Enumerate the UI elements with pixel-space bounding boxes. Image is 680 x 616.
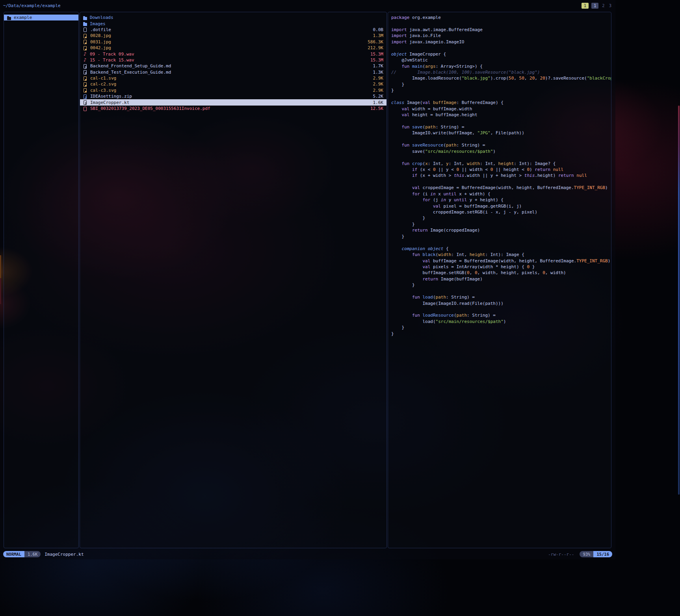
parent-directory-pane: example bbox=[4, 12, 79, 548]
image-icon bbox=[84, 88, 87, 93]
parent-directory-list: example bbox=[4, 12, 78, 23]
file-row[interactable]: 0031.jpg586.3K bbox=[80, 39, 386, 45]
code-line: import javax.imageio.ImageIO bbox=[391, 39, 611, 45]
file-name: 0028.jpg bbox=[90, 33, 370, 38]
file-name: Backend_Frontend_Setup_Guide.md bbox=[90, 63, 370, 69]
tab-1[interactable]: 1 bbox=[591, 3, 598, 9]
code-line: if (x < 0 || y < 0 || width < 0 || heigh… bbox=[391, 167, 611, 173]
file-name: cal-c1.svg bbox=[90, 76, 370, 81]
terminal-window: ~/Data/example/example 1123 example Down… bbox=[0, 0, 615, 559]
file-size: 2.9K bbox=[373, 82, 384, 87]
code-line: object ImageCropper { bbox=[391, 51, 611, 57]
markdown-icon bbox=[84, 64, 87, 69]
file-size: 15.3M bbox=[370, 52, 383, 57]
code-line: for (i in x until x + width) { bbox=[391, 191, 611, 197]
file-row[interactable]: SBI_0032013739_2023_DE05_0003155631Invoi… bbox=[80, 106, 386, 111]
code-line: fun save(path: String) = bbox=[391, 124, 611, 130]
file-name: example bbox=[14, 15, 75, 20]
scroll-progress-badge: 93% bbox=[580, 551, 593, 557]
code-line bbox=[391, 20, 611, 26]
file-row[interactable]: cal-c3.svg2.9K bbox=[80, 87, 386, 93]
panes-container: example DownloadsImages.dotfile0.0B0028.… bbox=[4, 12, 611, 548]
code-line bbox=[391, 239, 611, 245]
file-row[interactable]: ImageCropper.kt1.6K bbox=[80, 99, 386, 105]
code-line: for (j in y until y + height) { bbox=[391, 197, 611, 203]
file-size: 1.3K bbox=[373, 70, 384, 75]
file-row[interactable]: IDEAsettings.zip5.2K bbox=[80, 93, 386, 99]
file-row[interactable]: Images bbox=[80, 20, 386, 26]
image-icon bbox=[84, 76, 87, 81]
tab-1[interactable]: 1 bbox=[582, 3, 589, 9]
code-line: fun black(width: Int, height: Int): Imag… bbox=[391, 252, 611, 258]
file-row[interactable]: cal-c1.svg2.9K bbox=[80, 75, 386, 81]
code-line: if (x + width > this.width || y + height… bbox=[391, 173, 611, 178]
code-line: } bbox=[391, 282, 611, 288]
code-line bbox=[391, 306, 611, 312]
file-name: cal-c3.svg bbox=[90, 88, 370, 93]
file-preview-pane: package org.example import java.awt.imag… bbox=[388, 12, 611, 548]
file-size: 1.7K bbox=[373, 63, 384, 69]
file-icon bbox=[84, 28, 87, 32]
code-line: } bbox=[391, 331, 611, 337]
code-line: Image(ImageIO.read(File(path))) bbox=[391, 301, 611, 306]
file-name: 0042.jpg bbox=[90, 45, 364, 50]
code-line: fun loadResource(path: String) = bbox=[391, 312, 611, 318]
file-row[interactable]: 15 - Track 15.wav15.3M bbox=[80, 57, 386, 63]
image-icon bbox=[84, 46, 87, 50]
code-line: package org.example bbox=[391, 15, 611, 20]
terminal-topbar: ~/Data/example/example 1123 bbox=[0, 0, 615, 11]
tab-3[interactable]: 3 bbox=[608, 3, 612, 9]
code-line: } bbox=[391, 221, 611, 227]
archive-icon bbox=[84, 95, 87, 99]
file-row[interactable]: Backend_Test_Execution_Guide.md1.3K bbox=[80, 69, 386, 75]
code-line: buffImage.setRGB(0, 0, width, height, pi… bbox=[391, 270, 611, 276]
code-line: croppedImage.setRGB(i - x, j - y, pixel) bbox=[391, 209, 611, 215]
tab-list: 1123 bbox=[582, 3, 612, 9]
code-line: // Image.black(100, 100).saveResource("b… bbox=[391, 69, 611, 75]
file-row[interactable]: 0028.jpg1.3M bbox=[80, 33, 386, 39]
parent-dir-row[interactable]: example bbox=[4, 15, 78, 20]
markdown-icon bbox=[84, 70, 87, 74]
file-row[interactable]: Downloads bbox=[80, 15, 386, 20]
tab-2[interactable]: 2 bbox=[601, 3, 605, 9]
file-size: 5.2K bbox=[373, 94, 384, 99]
code-line: fun saveResource(path: String) = bbox=[391, 142, 611, 148]
file-row[interactable]: 09 - Track 09.wav15.3M bbox=[80, 51, 386, 57]
code-line: val buffImage = BufferedImage(width, hei… bbox=[391, 258, 611, 264]
code-line bbox=[391, 45, 611, 51]
code-line: } bbox=[391, 215, 611, 221]
code-line: val pixels = IntArray(width * height) { … bbox=[391, 264, 611, 270]
file-row[interactable]: 0042.jpg212.9K bbox=[80, 45, 386, 51]
file-size-badge: 1.6K bbox=[24, 551, 41, 557]
file-list-pane: DownloadsImages.dotfile0.0B0028.jpg1.3M0… bbox=[80, 12, 387, 548]
image-icon bbox=[84, 34, 87, 38]
file-name: cal-c2.svg bbox=[90, 82, 370, 87]
file-row[interactable]: .dotfile0.0B bbox=[80, 27, 386, 33]
code-line: import java.awt.image.BufferedImage bbox=[391, 27, 611, 33]
cursor-position-badge: 15/16 bbox=[593, 551, 612, 557]
status-filename: ImageCropper.kt bbox=[45, 552, 84, 557]
code-line bbox=[391, 154, 611, 160]
file-size: 0.0B bbox=[373, 27, 384, 32]
code-line: val width = buffImage.width bbox=[391, 106, 611, 112]
file-row[interactable]: Backend_Frontend_Setup_Guide.md1.7K bbox=[80, 63, 386, 69]
code-line: import java.io.File bbox=[391, 33, 611, 39]
code-line: Image.loadResource("black.jpg").crop(50,… bbox=[391, 75, 611, 81]
code-line: val height = buffImage.height bbox=[391, 112, 611, 118]
file-size: 1.6K bbox=[373, 100, 384, 105]
file-name: .dotfile bbox=[90, 27, 370, 32]
cwd-path: ~/Data/example/example bbox=[3, 3, 61, 8]
file-size: 2.9K bbox=[373, 76, 384, 81]
code-preview: package org.example import java.awt.imag… bbox=[388, 12, 611, 339]
file-row[interactable]: cal-c2.svg2.9K bbox=[80, 81, 386, 87]
code-line: } bbox=[391, 82, 611, 87]
wallpaper-accent-strip-right bbox=[678, 106, 680, 495]
code-line: return Image(buffImage) bbox=[391, 276, 611, 282]
file-name: 15 - Track 15.wav bbox=[90, 58, 367, 63]
audio-icon bbox=[83, 52, 87, 56]
file-name: 0031.jpg bbox=[90, 39, 364, 45]
folder-icon bbox=[7, 17, 11, 20]
code-line bbox=[391, 94, 611, 100]
file-size: 15.3M bbox=[370, 58, 383, 63]
audio-icon bbox=[83, 58, 87, 62]
